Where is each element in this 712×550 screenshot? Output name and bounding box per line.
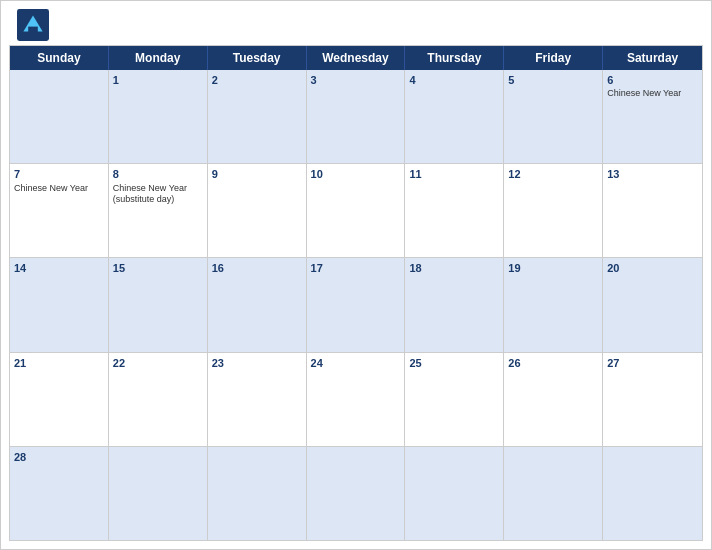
empty-cell xyxy=(504,447,603,540)
day-cell-7: 7Chinese New Year xyxy=(10,164,109,257)
day-header-tuesday: Tuesday xyxy=(208,46,307,70)
day-cell-12: 12 xyxy=(504,164,603,257)
day-cell-24: 24 xyxy=(307,353,406,446)
week-row-3: 14151617181920 xyxy=(10,258,702,352)
day-cell-6: 6Chinese New Year xyxy=(603,70,702,163)
day-header-wednesday: Wednesday xyxy=(307,46,406,70)
day-cell-20: 20 xyxy=(603,258,702,351)
logo xyxy=(17,9,53,41)
day-cell-26: 26 xyxy=(504,353,603,446)
calendar-page: SundayMondayTuesdayWednesdayThursdayFrid… xyxy=(0,0,712,550)
day-headers-row: SundayMondayTuesdayWednesdayThursdayFrid… xyxy=(10,46,702,70)
date-number: 7 xyxy=(14,167,104,181)
day-cell-17: 17 xyxy=(307,258,406,351)
date-number: 25 xyxy=(409,356,499,370)
day-cell-3: 3 xyxy=(307,70,406,163)
week-row-2: 7Chinese New Year8Chinese New Year (subs… xyxy=(10,164,702,258)
date-number: 22 xyxy=(113,356,203,370)
date-number: 28 xyxy=(14,450,104,464)
week-row-5: 28 xyxy=(10,447,702,540)
event-label: Chinese New Year (substitute day) xyxy=(113,183,203,206)
calendar-header xyxy=(1,1,711,45)
empty-cell xyxy=(603,447,702,540)
day-cell-23: 23 xyxy=(208,353,307,446)
day-cell-28: 28 xyxy=(10,447,109,540)
date-number: 17 xyxy=(311,261,401,275)
date-number: 13 xyxy=(607,167,698,181)
date-number: 21 xyxy=(14,356,104,370)
day-cell-16: 16 xyxy=(208,258,307,351)
date-number: 5 xyxy=(508,73,598,87)
day-cell-10: 10 xyxy=(307,164,406,257)
day-cell-13: 13 xyxy=(603,164,702,257)
day-cell-11: 11 xyxy=(405,164,504,257)
date-number: 11 xyxy=(409,167,499,181)
date-number: 23 xyxy=(212,356,302,370)
date-number: 2 xyxy=(212,73,302,87)
day-cell-19: 19 xyxy=(504,258,603,351)
empty-cell xyxy=(109,447,208,540)
date-number: 20 xyxy=(607,261,698,275)
calendar-grid: SundayMondayTuesdayWednesdayThursdayFrid… xyxy=(9,45,703,541)
day-cell-18: 18 xyxy=(405,258,504,351)
date-number: 18 xyxy=(409,261,499,275)
day-cell-2: 2 xyxy=(208,70,307,163)
date-number: 10 xyxy=(311,167,401,181)
day-header-monday: Monday xyxy=(109,46,208,70)
day-cell-8: 8Chinese New Year (substitute day) xyxy=(109,164,208,257)
day-header-thursday: Thursday xyxy=(405,46,504,70)
day-cell-27: 27 xyxy=(603,353,702,446)
event-label: Chinese New Year xyxy=(14,183,104,195)
day-cell-22: 22 xyxy=(109,353,208,446)
day-cell-25: 25 xyxy=(405,353,504,446)
general-blue-logo-icon xyxy=(17,9,49,41)
day-cell-4: 4 xyxy=(405,70,504,163)
date-number: 4 xyxy=(409,73,499,87)
date-number: 1 xyxy=(113,73,203,87)
day-cell-21: 21 xyxy=(10,353,109,446)
date-number: 9 xyxy=(212,167,302,181)
day-header-sunday: Sunday xyxy=(10,46,109,70)
svg-rect-2 xyxy=(28,27,38,33)
day-cell-14: 14 xyxy=(10,258,109,351)
date-number: 24 xyxy=(311,356,401,370)
weeks-container: 123456Chinese New Year7Chinese New Year8… xyxy=(10,70,702,540)
date-number: 14 xyxy=(14,261,104,275)
day-cell-15: 15 xyxy=(109,258,208,351)
date-number: 27 xyxy=(607,356,698,370)
day-header-saturday: Saturday xyxy=(603,46,702,70)
event-label: Chinese New Year xyxy=(607,88,698,100)
empty-cell xyxy=(405,447,504,540)
day-cell-5: 5 xyxy=(504,70,603,163)
day-header-friday: Friday xyxy=(504,46,603,70)
date-number: 8 xyxy=(113,167,203,181)
empty-cell xyxy=(208,447,307,540)
week-row-4: 21222324252627 xyxy=(10,353,702,447)
date-number: 12 xyxy=(508,167,598,181)
date-number: 26 xyxy=(508,356,598,370)
day-cell-9: 9 xyxy=(208,164,307,257)
day-cell-1: 1 xyxy=(109,70,208,163)
date-number: 6 xyxy=(607,73,698,87)
week-row-1: 123456Chinese New Year xyxy=(10,70,702,164)
empty-cell xyxy=(10,70,109,163)
empty-cell xyxy=(307,447,406,540)
date-number: 19 xyxy=(508,261,598,275)
date-number: 15 xyxy=(113,261,203,275)
date-number: 16 xyxy=(212,261,302,275)
date-number: 3 xyxy=(311,73,401,87)
